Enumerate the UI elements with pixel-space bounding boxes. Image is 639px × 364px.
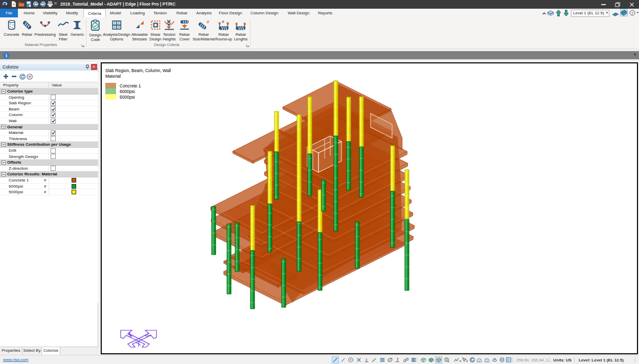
svg-text:1: 1: [113, 21, 116, 25]
svg-text:?: ?: [631, 11, 634, 15]
svg-text:2: 2: [118, 21, 120, 25]
svg-text:#: #: [222, 19, 224, 24]
svg-text:4: 4: [118, 25, 120, 29]
svg-text:#: #: [207, 19, 209, 25]
svg-text:3: 3: [113, 25, 116, 29]
